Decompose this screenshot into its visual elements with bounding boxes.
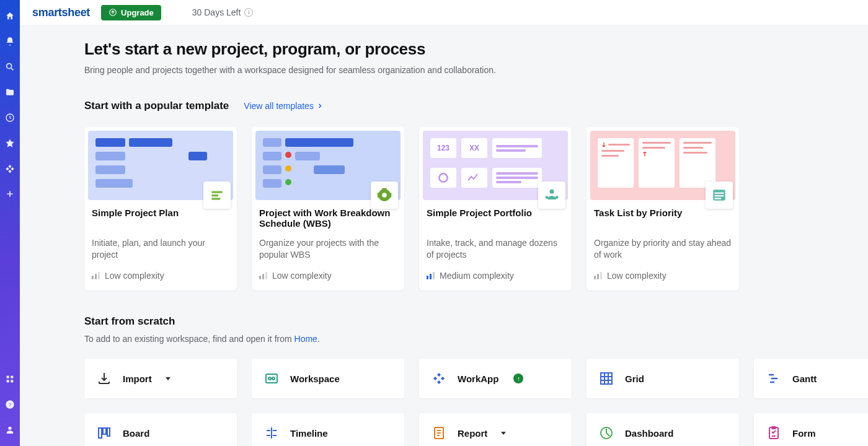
scratch-label: Report <box>458 428 487 439</box>
template-badge-icon <box>203 181 231 209</box>
scratch-timeline[interactable]: Timeline <box>252 413 404 446</box>
svg-rect-4 <box>7 380 9 382</box>
templates-section-title: Start with a popular template <box>84 100 229 112</box>
scratch-gantt[interactable]: Gantt <box>754 359 868 398</box>
scratch-board[interactable]: Board <box>84 413 237 446</box>
scratch-label: Workspace <box>290 374 340 384</box>
scratch-form[interactable]: Form <box>754 413 868 446</box>
complexity-bars-icon <box>594 272 602 279</box>
gantt-icon <box>766 371 781 386</box>
logo: smartsheet <box>32 6 90 19</box>
svg-point-0 <box>7 64 12 69</box>
svg-text:?: ? <box>9 402 12 408</box>
recents-icon[interactable] <box>5 113 15 123</box>
board-icon <box>97 426 112 440</box>
template-badge-icon <box>706 181 733 209</box>
solution-center-icon[interactable] <box>5 374 15 384</box>
complexity-label: Medium complexity <box>440 271 514 281</box>
template-simple-project-plan[interactable]: Simple Project Plan Initiate, plan, and … <box>84 127 237 291</box>
svg-rect-5 <box>11 380 13 382</box>
folder-icon[interactable] <box>5 87 15 97</box>
template-title: Project with Work Breakdown Schedule (WB… <box>255 208 401 232</box>
complexity-bars-icon <box>259 272 267 279</box>
template-project-wbs[interactable]: Project with Work Breakdown Schedule (WB… <box>252 127 404 291</box>
svg-rect-15 <box>382 188 387 191</box>
svg-rect-11 <box>211 195 218 196</box>
topbar: smartsheet Upgrade 30 Days Left i <box>20 0 868 25</box>
template-simple-project-portfolio[interactable]: 123 XX Simple Project Portfolio Intake, … <box>419 127 572 291</box>
upgrade-arrow-icon <box>108 8 117 17</box>
create-icon[interactable] <box>5 189 15 199</box>
info-icon[interactable]: i <box>244 8 253 17</box>
page-subtitle: Bring people and projects together with … <box>84 65 868 75</box>
search-icon[interactable] <box>5 62 15 72</box>
svg-point-14 <box>382 193 387 198</box>
caret-down-icon <box>166 377 170 380</box>
svg-point-20 <box>546 196 549 199</box>
scratch-label: Dashboard <box>625 428 673 439</box>
template-title: Simple Project Plan <box>88 208 233 232</box>
template-complexity: Medium complexity <box>423 262 568 281</box>
svg-point-27 <box>268 377 271 380</box>
workspace-icon <box>264 371 279 386</box>
complexity-label: Low complexity <box>607 271 666 281</box>
svg-point-28 <box>272 377 275 380</box>
template-desc: Intake, track, and manage dozens of proj… <box>423 232 568 262</box>
scratch-workspace[interactable]: Workspace <box>252 359 404 398</box>
scratch-label: Timeline <box>290 428 328 439</box>
template-desc: Organize your projects with the popular … <box>255 232 401 262</box>
scratch-report[interactable]: Report <box>419 413 572 446</box>
help-icon[interactable]: ? <box>5 400 15 409</box>
svg-rect-17 <box>388 193 391 198</box>
svg-rect-3 <box>11 376 13 378</box>
scratch-import[interactable]: Import <box>84 359 237 398</box>
import-icon <box>97 371 112 386</box>
home-link[interactable]: Home <box>294 334 317 344</box>
scratch-grid[interactable]: Grid <box>587 359 739 398</box>
template-desc: Organize by priority and stay ahead of w… <box>590 232 735 262</box>
svg-rect-16 <box>378 193 381 198</box>
view-all-label: View all templates <box>244 101 314 111</box>
complexity-label: Low complexity <box>272 271 332 281</box>
favorites-icon[interactable] <box>5 138 15 148</box>
template-complexity: Low complexity <box>88 262 233 281</box>
scratch-label: Board <box>123 428 149 439</box>
template-thumb <box>88 131 233 200</box>
home-icon[interactable] <box>5 11 15 21</box>
view-all-templates-link[interactable]: View all templates <box>244 101 324 111</box>
scratch-workapp[interactable]: WorkApp↑ <box>419 359 572 398</box>
plus-badge-icon: ↑ <box>513 374 523 383</box>
page-title: Let's start a new project, program, or p… <box>84 40 868 59</box>
timeline-icon <box>264 426 279 440</box>
complexity-label: Low complexity <box>105 271 164 281</box>
complexity-bars-icon <box>92 272 100 279</box>
svg-rect-24 <box>714 195 724 196</box>
scratch-label: Gantt <box>792 374 817 384</box>
account-icon[interactable] <box>5 425 15 435</box>
svg-rect-31 <box>103 428 106 434</box>
template-desc: Initiate, plan, and launch your project <box>88 232 233 262</box>
template-task-list-by-priority[interactable]: Task List by Priority Organize by priori… <box>587 127 739 291</box>
scratch-section-title: Start from scratch <box>84 315 868 328</box>
workapps-rail-icon[interactable] <box>5 164 15 173</box>
svg-rect-25 <box>714 198 721 199</box>
workapp-icon <box>432 371 446 386</box>
trial-days-left: 30 Days Left i <box>192 7 254 17</box>
template-badge-icon <box>538 181 565 209</box>
template-thumb: 123 XX <box>423 131 568 200</box>
scratch-subtitle: To add to an existing workspace, find an… <box>84 334 868 344</box>
scratch-dashboard[interactable]: Dashboard <box>587 413 739 446</box>
grid-icon <box>599 371 614 386</box>
upgrade-button[interactable]: Upgrade <box>101 5 161 20</box>
notifications-icon[interactable] <box>5 37 15 46</box>
svg-rect-2 <box>7 376 9 378</box>
scratch-label: WorkApp <box>458 374 498 384</box>
svg-point-8 <box>8 427 11 430</box>
svg-point-21 <box>556 196 559 199</box>
scratch-label: Grid <box>625 374 644 384</box>
svg-rect-23 <box>714 193 724 194</box>
template-badge-icon <box>371 181 398 209</box>
svg-rect-32 <box>107 428 110 436</box>
svg-point-18 <box>439 173 447 181</box>
template-complexity: Low complexity <box>255 262 401 281</box>
